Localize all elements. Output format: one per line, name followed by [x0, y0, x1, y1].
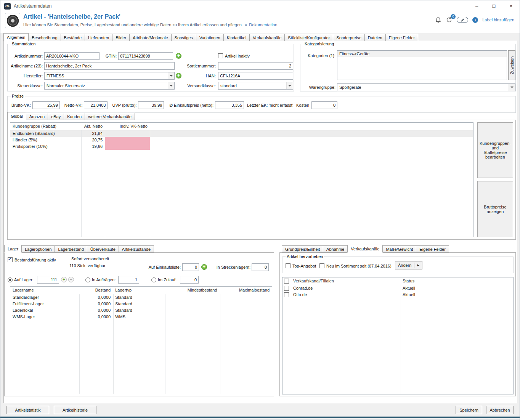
netto-vk-input[interactable] [84, 101, 108, 109]
auf-lager-radio[interactable] [8, 277, 13, 282]
col-lagertyp[interactable]: Lagertyp [113, 287, 165, 294]
versandklasse-combo[interactable]: standard [218, 82, 293, 90]
col-kundengruppe[interactable]: Kundengruppe (Rabatt) [10, 123, 81, 130]
bruttopreise-anzeigen-button[interactable]: Bruttopreise anzeigen [477, 181, 513, 237]
streckenlagern-input[interactable] [252, 263, 269, 271]
cell-indiv[interactable] [105, 143, 150, 150]
hersteller-combo[interactable]: FITNESS [44, 72, 175, 80]
abbrechen-button[interactable]: Abbrechen [486, 406, 514, 414]
vk-tab-grundpreis-einheit[interactable]: Grundpreis/Einheit [282, 245, 323, 253]
sync-icon[interactable]: 0 [446, 16, 453, 23]
lager-tab-lager[interactable]: Lager [4, 245, 22, 253]
price-tab-ebay[interactable]: eBay [48, 113, 64, 120]
steuerklasse-combo[interactable]: Normaler Steuersatz [44, 82, 175, 90]
vk-row-otto[interactable]: Otto.de Aktuell [282, 292, 513, 298]
in-auftraegen-radio[interactable] [85, 277, 90, 282]
tab-dateien[interactable]: Dateien [364, 34, 386, 41]
lager-row-ladenlokal[interactable]: Ladenlokal 0,0000 Standard [10, 307, 272, 314]
vk-tab-masse-gewicht[interactable]: Maße/Gewicht [382, 245, 416, 253]
vk-tab-abnahme[interactable]: Abnahme [323, 245, 348, 253]
close-button[interactable]: × [502, 0, 520, 12]
einkaufsliste-input[interactable] [182, 263, 199, 271]
kundengruppen-staffelpreise-button[interactable]: Kundengruppen- und Staffelpreise bearbei… [477, 122, 513, 178]
cell-indiv[interactable] [105, 137, 150, 143]
dokumentation-link[interactable]: Dokumentation [249, 22, 277, 27]
brutto-vk-input[interactable] [32, 101, 60, 109]
col-indiv-vk-netto[interactable]: Indiv. VK-Netto [105, 123, 150, 130]
gtin-input[interactable] [118, 52, 173, 60]
top-angebot-checkbox[interactable] [286, 263, 290, 268]
han-input[interactable] [218, 72, 293, 80]
tab-verkaufskanaele[interactable]: Verkaufskanäle [249, 34, 285, 41]
kategorien-listbox[interactable]: Fitness->Geräte [337, 50, 507, 80]
artikelnummer-input[interactable] [44, 52, 100, 60]
col-maximalbestand[interactable]: Maximalbestand [219, 287, 272, 294]
col-bestand[interactable]: Bestand [79, 287, 113, 294]
speichern-button[interactable]: Speichern [456, 406, 482, 414]
lager-row-fulfillment[interactable]: Fulfillment-Lager 0,0000 Standard [10, 301, 272, 307]
price-row-haendler[interactable]: Händler (5%) 20,75 [10, 137, 473, 143]
im-zulauf-radio[interactable] [151, 277, 156, 282]
price-tab-global[interactable]: Global [7, 112, 26, 120]
article-image-thumbnail[interactable] [5, 13, 20, 28]
warengruppe-combo[interactable]: Sportgeräte [337, 83, 515, 91]
artikelstatistik-button[interactable]: Artikelstatistik [6, 406, 49, 414]
sortiernummer-input[interactable] [218, 62, 293, 70]
artikelname-input[interactable] [44, 62, 175, 70]
add-einkaufsliste-button[interactable]: + [201, 264, 207, 270]
price-tab-weitere-verkaufskanaele[interactable]: weitere Verkaufskanäle [85, 113, 135, 120]
vk-tab-eigene-felder[interactable]: Eigene Felder [416, 245, 449, 253]
tab-allgemein[interactable]: Allgemein [3, 33, 29, 41]
zuweisen-button[interactable]: Zuweisen [508, 50, 515, 80]
edit-label-button[interactable] [457, 17, 468, 23]
einkaufspreis-input[interactable] [215, 101, 244, 109]
tab-sonderpreise[interactable]: Sonderpreise [333, 34, 364, 41]
maximize-button[interactable]: □ [485, 0, 502, 12]
bestandsfuehrung-checkbox[interactable] [8, 257, 13, 262]
vk-row-conrad[interactable]: Conrad.de Aktuell [282, 285, 513, 292]
col-verkaufskanal[interactable]: Verkaufskanal/Filialen [291, 277, 400, 285]
kosten-input[interactable] [311, 101, 337, 109]
minimize-button[interactable]: – [468, 0, 485, 12]
row-checkbox[interactable] [284, 286, 289, 291]
lager-tab-artikelzustaende[interactable]: Artikelzustände [119, 245, 154, 253]
tab-kindartikel[interactable]: Kindartikel [223, 34, 250, 41]
price-row-endkunden[interactable]: Endkunden (Standard) 21,84 [10, 130, 473, 137]
tab-variationen[interactable]: Variationen [196, 34, 224, 41]
decrease-stock-button[interactable]: − [68, 277, 74, 282]
tab-beschreibung[interactable]: Beschreibung [28, 34, 61, 41]
lager-row-wms[interactable]: WMS-Lager 0,0000 WMS [10, 314, 272, 320]
tab-lieferanten[interactable]: Lieferanten [85, 34, 112, 41]
in-auftraegen-input[interactable] [118, 276, 139, 284]
tab-bilder[interactable]: Bilder [112, 34, 130, 41]
tab-attribute-merkmale[interactable]: Attribute/Merkmale [129, 34, 171, 41]
col-status[interactable]: Status [400, 277, 513, 285]
lager-tab-lageroptionen[interactable]: Lageroptionen [21, 245, 55, 253]
kategorie-list-item[interactable]: Fitness->Geräte [337, 51, 507, 57]
tab-stueckliste-konfigurator[interactable]: Stückliste/Konfigurator [284, 34, 333, 41]
im-zulauf-input[interactable] [180, 276, 199, 284]
label-hinzufuegen-link[interactable]: Label hinzufügen [482, 18, 514, 22]
tab-bestaende[interactable]: Bestände [61, 34, 85, 41]
uvp-input[interactable] [138, 101, 164, 109]
row-checkbox[interactable] [284, 292, 289, 297]
tab-sonstiges[interactable]: Sonstiges [171, 34, 196, 41]
artikel-inaktiv-checkbox[interactable] [218, 53, 223, 58]
auf-lager-input[interactable] [37, 276, 59, 284]
notifications-bell-icon[interactable] [435, 16, 441, 23]
lager-tab-lagerbestand[interactable]: Lagerbestand [55, 245, 87, 253]
col-akt-netto[interactable]: Akt. Netto [81, 123, 105, 130]
price-row-profisportler[interactable]: Profisportler (10%) 19,66 [10, 143, 473, 150]
lager-tab-ueberverkaeufe[interactable]: Überverkäufe [87, 245, 119, 253]
tab-eigene-felder[interactable]: Eigene Felder [385, 34, 419, 41]
select-all-checkbox[interactable] [284, 279, 289, 284]
lager-row-standardlager[interactable]: Standardlager 0,0000 Standard [10, 294, 272, 301]
col-mindestbestand[interactable]: Mindestbestand [165, 287, 220, 294]
vk-tab-verkaufskanaele[interactable]: Verkaufskanäle [347, 245, 383, 253]
price-tab-kunden[interactable]: Kunden [64, 113, 85, 120]
aendern-button[interactable]: Ändern ▶ [395, 261, 422, 269]
price-tab-amazon[interactable]: Amazon [26, 113, 48, 120]
increase-stock-button[interactable]: + [61, 277, 67, 282]
artikelhistorie-button[interactable]: Artikelhistorie [54, 406, 96, 414]
neu-im-sortiment-checkbox[interactable] [319, 263, 324, 268]
